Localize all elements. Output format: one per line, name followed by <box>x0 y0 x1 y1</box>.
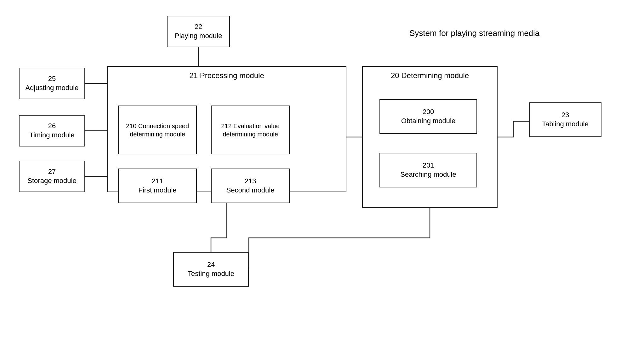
box-playing-label: Playing module <box>175 32 222 41</box>
box-processing-id: 21 Processing module <box>189 71 264 80</box>
box-connection: 210 Connection speed determining module <box>118 106 197 154</box>
box-first-id: 211 <box>152 177 163 186</box>
box-first-label: First module <box>138 186 176 195</box>
box-storage: 27 Storage module <box>19 161 85 192</box>
box-testing-id: 24 <box>207 260 215 269</box>
box-searching-label: Searching module <box>400 170 456 179</box>
box-adjusting-id: 25 <box>48 74 56 83</box>
box-testing-label: Testing module <box>188 269 234 278</box>
box-obtaining-label: Obtaining module <box>401 117 455 126</box>
box-timing-label: Timing module <box>29 131 74 140</box>
box-evaluation-id: 212 Evaluation value determining module <box>214 122 287 138</box>
box-second-id: 213 <box>245 177 256 186</box>
box-timing-id: 26 <box>48 122 56 131</box>
box-tabling-id: 23 <box>561 111 569 120</box>
box-obtaining-id: 200 <box>423 107 434 117</box>
box-testing: 24 Testing module <box>173 252 249 287</box>
box-obtaining: 200 Obtaining module <box>379 99 477 134</box>
box-adjusting: 25 Adjusting module <box>19 68 85 99</box>
box-first: 211 First module <box>118 169 197 203</box>
box-searching: 201 Searching module <box>379 153 477 187</box>
box-connection-id: 210 Connection speed determining module <box>121 122 194 138</box>
box-storage-label: Storage module <box>27 176 76 186</box>
box-tabling-label: Tabling module <box>542 120 589 129</box>
box-evaluation: 212 Evaluation value determining module <box>211 106 290 154</box>
box-tabling: 23 Tabling module <box>529 102 601 137</box>
box-adjusting-label: Adjusting module <box>26 83 79 93</box>
box-playing-id: 22 <box>195 22 202 32</box>
box-searching-id: 201 <box>423 161 434 170</box>
box-storage-id: 27 <box>48 167 56 176</box>
box-timing: 26 Timing module <box>19 115 85 146</box>
diagram-title: System for playing streaming media <box>409 28 539 38</box>
diagram: System for playing streaming media <box>0 0 644 361</box>
box-playing: 22 Playing module <box>167 16 230 47</box>
box-determining-id: 20 Determining module <box>391 71 469 80</box>
box-second: 213 Second module <box>211 169 290 203</box>
box-second-label: Second module <box>226 186 275 195</box>
